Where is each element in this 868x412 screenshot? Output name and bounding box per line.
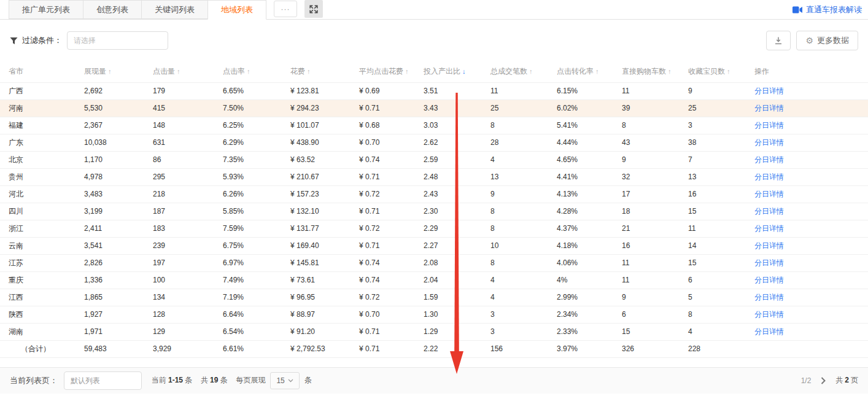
- cell-roi: 2.29: [424, 220, 490, 237]
- more-tabs-button[interactable]: ···: [274, 1, 297, 17]
- daily-detail-link[interactable]: 分日详情: [754, 138, 784, 147]
- cell-actions: 分日详情: [754, 254, 868, 271]
- daily-detail-link[interactable]: 分日详情: [754, 276, 784, 284]
- tab-region-list[interactable]: 地域列表: [207, 0, 266, 20]
- cell-ctr: 6.25%: [223, 117, 290, 134]
- list-select[interactable]: 默认列表: [64, 371, 142, 390]
- cell-province: 河南: [0, 99, 84, 117]
- col-total-orders[interactable]: 总成交笔数↑: [490, 61, 557, 82]
- cell-avg-click-cost: ¥ 0.70: [359, 306, 424, 323]
- tab-keyword-list[interactable]: 关键词列表: [141, 0, 207, 19]
- tab-creative-list[interactable]: 创意列表: [83, 0, 141, 19]
- col-label: 平均点击花费: [359, 67, 403, 76]
- daily-detail-link[interactable]: 分日详情: [754, 241, 784, 250]
- cell-favorites: 11: [688, 220, 754, 237]
- cell-actions: 分日详情: [754, 220, 868, 237]
- cell-clicks: 187: [153, 203, 223, 220]
- tab-promotion-unit-list[interactable]: 推广单元列表: [9, 0, 83, 19]
- cell-favorites: 8: [688, 306, 754, 323]
- cell-cost: ¥ 210.67: [290, 168, 359, 185]
- cell-avg-click-cost: ¥ 0.74: [359, 254, 424, 271]
- cell-total-orders: 3: [490, 306, 557, 323]
- col-impressions[interactable]: 展现量↑: [84, 61, 153, 82]
- cell-actions: 分日详情: [754, 289, 868, 306]
- col-roi[interactable]: 投入产出比↓: [424, 61, 490, 82]
- cell-province: 广东: [0, 134, 84, 151]
- daily-detail-link[interactable]: 分日详情: [754, 224, 784, 233]
- daily-detail-link[interactable]: 分日详情: [754, 104, 784, 112]
- fullscreen-button[interactable]: [304, 0, 323, 18]
- cell-clicks: 100: [153, 271, 223, 289]
- cell-clicks: 197: [153, 254, 223, 271]
- cell-direct-carts: 9: [622, 151, 688, 168]
- cell-total-orders: 4: [490, 271, 557, 289]
- col-clicks[interactable]: 点击量↑: [153, 61, 223, 82]
- cell-avg-click-cost: ¥ 0.71: [359, 203, 424, 220]
- cell-ctr: 6.29%: [223, 134, 290, 151]
- tab-bar: 推广单元列表创意列表关键词列表地域列表 ··· 直通车报表解读: [0, 0, 868, 20]
- daily-detail-link[interactable]: 分日详情: [754, 155, 784, 164]
- cell-roi: 2.08: [424, 254, 490, 271]
- daily-detail-link[interactable]: 分日详情: [754, 258, 784, 267]
- cell-actions: 分日详情: [754, 306, 868, 323]
- filter-select[interactable]: 请选择: [67, 31, 168, 50]
- cell-direct-carts: 326: [622, 340, 688, 357]
- pager: 1/2 共2页: [801, 375, 858, 386]
- daily-detail-link[interactable]: 分日详情: [754, 293, 784, 301]
- filter-label: 过滤条件：: [22, 35, 62, 46]
- sort-asc-icon: ↑: [405, 68, 409, 75]
- cell-direct-carts: 9: [622, 289, 688, 306]
- cell-cost: ¥ 2,792.53: [290, 340, 359, 357]
- daily-detail-link[interactable]: 分日详情: [754, 190, 784, 198]
- cell-impressions: 59,483: [84, 340, 153, 357]
- col-avg-click-cost[interactable]: 平均点击花费↑: [359, 61, 424, 82]
- cell-avg-click-cost: ¥ 0.72: [359, 289, 424, 306]
- cell-cost: ¥ 96.95: [290, 289, 359, 306]
- col-cost[interactable]: 花费↑: [290, 61, 359, 82]
- col-click-conversion-rate[interactable]: 点击转化率↑: [557, 61, 622, 82]
- sort-asc-icon: ↑: [307, 68, 311, 75]
- col-label: 点击量: [153, 67, 175, 76]
- sort-asc-icon: ↑: [247, 68, 250, 75]
- cell-ctr: 5.85%: [223, 203, 290, 220]
- daily-detail-link[interactable]: 分日详情: [754, 121, 784, 130]
- col-label: 收藏宝贝数: [688, 67, 725, 76]
- more-data-label: 更多数据: [817, 35, 849, 46]
- cell-actions: 分日详情: [754, 323, 868, 340]
- filter-placeholder: 请选择: [74, 36, 96, 45]
- col-ctr[interactable]: 点击率↑: [223, 61, 290, 82]
- cell-click-conversion-rate: 4.37%: [557, 220, 622, 237]
- cell-province: 北京: [0, 151, 84, 168]
- more-data-button[interactable]: ⚙ 更多数据: [796, 31, 858, 50]
- report-guide-link[interactable]: 直通车报表解读: [792, 4, 862, 15]
- page-size-select[interactable]: 15: [270, 372, 299, 389]
- cell-favorites: 25: [688, 99, 754, 117]
- next-page-button[interactable]: [820, 376, 827, 386]
- cell-ctr: 7.19%: [223, 289, 290, 306]
- cell-cost: ¥ 88.97: [290, 306, 359, 323]
- daily-detail-link[interactable]: 分日详情: [754, 327, 784, 336]
- filter-row: 过滤条件： 请选择 ⚙ 更多数据: [0, 20, 868, 61]
- cell-clicks: 183: [153, 220, 223, 237]
- cell-click-conversion-rate: 6.02%: [557, 99, 622, 117]
- download-button[interactable]: [766, 31, 791, 50]
- daily-detail-link[interactable]: 分日详情: [754, 207, 784, 216]
- col-direct-carts[interactable]: 直接购物车数↑: [622, 61, 688, 82]
- cell-ctr: 6.26%: [223, 185, 290, 203]
- cell-avg-click-cost: ¥ 0.71: [359, 99, 424, 117]
- cell-province: 重庆: [0, 271, 84, 289]
- cell-avg-click-cost: ¥ 0.71: [359, 168, 424, 185]
- cell-impressions: 1,170: [84, 151, 153, 168]
- daily-detail-link[interactable]: 分日详情: [754, 173, 784, 181]
- col-label: 花费: [290, 67, 305, 76]
- toolbar-right: ⚙ 更多数据: [766, 31, 858, 50]
- cell-cost: ¥ 132.10: [290, 203, 359, 220]
- daily-detail-link[interactable]: 分日详情: [754, 87, 784, 95]
- filter-funnel-icon: [10, 37, 18, 45]
- table-row: 广西2,6921796.65%¥ 123.81¥ 0.693.51116.15%…: [0, 82, 868, 99]
- cell-clicks: 218: [153, 185, 223, 203]
- col-favorites[interactable]: 收藏宝贝数↑: [688, 61, 754, 82]
- cell-province: 四川: [0, 203, 84, 220]
- cell-favorites: 5: [688, 289, 754, 306]
- daily-detail-link[interactable]: 分日详情: [754, 310, 784, 319]
